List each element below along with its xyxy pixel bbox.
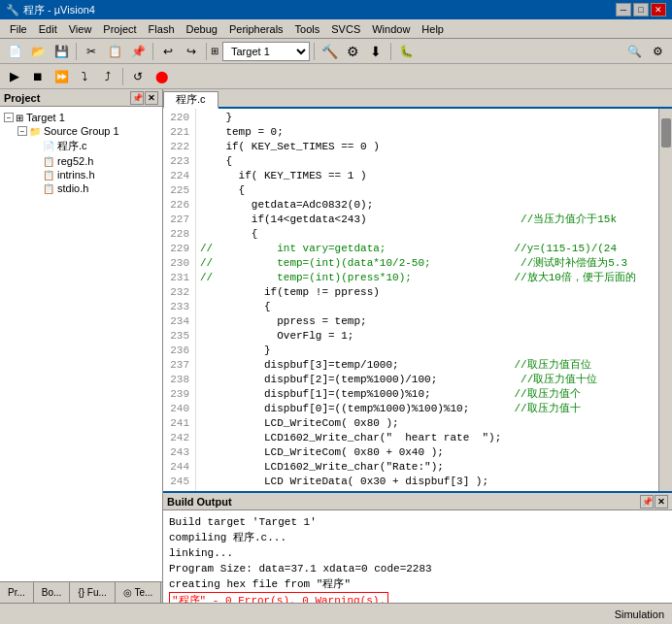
line-number: 233 — [167, 300, 189, 314]
sep2 — [152, 43, 153, 60]
undo-btn[interactable]: ↩ — [157, 41, 179, 62]
code-line: if( KEY_Set_TIMES == 0 ) — [200, 140, 655, 154]
tree-item[interactable]: −📁Source Group 1 — [0, 124, 162, 138]
panel-pin-btn[interactable]: 📌 — [130, 91, 144, 105]
line-numbers: 2202212222232242252262272282292302312322… — [163, 109, 196, 491]
target-label: ⊞ — [211, 46, 218, 56]
redo-btn[interactable]: ↪ — [181, 41, 202, 62]
run-btn[interactable]: ▶ — [4, 66, 25, 87]
build-btn[interactable]: 🔨 — [319, 41, 340, 62]
cut-btn[interactable]: ✂ — [81, 41, 102, 62]
editor-tab-label: 程序.c — [176, 92, 206, 107]
build-line: Program Size: data=37.1 xdata=0 code=228… — [169, 561, 666, 576]
tree-label: Source Group 1 — [44, 125, 119, 137]
code-line: OverFlg = 1; — [200, 329, 655, 344]
tree-item[interactable]: −⊞Target 1 — [0, 111, 162, 124]
line-number: 241 — [167, 416, 189, 431]
menu-item-window[interactable]: Window — [366, 21, 416, 37]
code-line: temp = 0; — [200, 125, 655, 140]
title-bar: 🔧 程序 - µVision4 ─ □ ✕ — [0, 0, 672, 19]
step-btn[interactable]: ⏩ — [50, 66, 72, 87]
debug-btn[interactable]: 🐛 — [395, 41, 417, 62]
panel-tab[interactable]: {} Fu... — [70, 582, 115, 603]
line-number: 244 — [167, 460, 189, 475]
code-line: getdata=Adc0832(0); — [200, 198, 655, 213]
menu-item-debug[interactable]: Debug — [181, 21, 223, 37]
build-pin-btn[interactable]: 📌 — [640, 495, 654, 509]
tree-icon: 📋 — [43, 170, 54, 181]
panel-close-btn[interactable]: ✕ — [145, 91, 158, 105]
line-number: 242 — [167, 431, 189, 445]
toolbar-1: 📄 📂 💾 ✂ 📋 📌 ↩ ↪ ⊞ Target 1 🔨 ⚙ ⬇ 🐛 🔍 ⚙ — [0, 39, 672, 64]
sep1 — [76, 43, 77, 60]
menu-item-svcs[interactable]: SVCS — [325, 21, 366, 37]
tree-item[interactable]: 📄程序.c — [0, 138, 162, 154]
menu-item-tools[interactable]: Tools — [289, 21, 326, 37]
tree-expander[interactable]: − — [17, 126, 27, 136]
settings-btn[interactable]: ⚙ — [647, 41, 668, 62]
line-number: 230 — [167, 256, 189, 271]
line-number: 243 — [167, 445, 189, 460]
rebuild-btn[interactable]: ⚙ — [342, 41, 363, 62]
app-icon: 🔧 — [6, 4, 19, 16]
tree-label: 程序.c — [57, 139, 87, 153]
build-close-btn[interactable]: ✕ — [655, 495, 668, 509]
reset-btn[interactable]: ↺ — [127, 66, 149, 87]
project-panel-header: Project 📌 ✕ — [0, 89, 162, 107]
stop-btn[interactable]: ⏹ — [27, 66, 49, 87]
panel-tab[interactable]: Pr... — [0, 582, 34, 603]
tree-label: intrins.h — [57, 169, 95, 181]
line-number: 223 — [167, 154, 189, 169]
copy-btn[interactable]: 📋 — [104, 41, 125, 62]
build-line: creating hex file from "程序" — [169, 576, 666, 592]
menu-item-flash[interactable]: Flash — [143, 21, 181, 37]
tree-expander[interactable]: − — [4, 113, 14, 122]
editor-scrollbar[interactable] — [658, 109, 672, 491]
tree-item[interactable]: 📋stdio.h — [0, 181, 162, 195]
line-number: 221 — [167, 125, 189, 140]
code-line: ppress = temp; — [200, 314, 655, 329]
menu-item-file[interactable]: File — [4, 21, 33, 37]
menu-item-help[interactable]: Help — [416, 21, 450, 37]
line-number: 225 — [167, 183, 189, 198]
editor-content[interactable]: 2202212222232242252262272282292302312322… — [163, 109, 672, 491]
build-content: Build target 'Target 1'compiling 程序.c...… — [163, 510, 672, 603]
sep4 — [314, 43, 315, 60]
editor-tab-program[interactable]: 程序.c — [163, 91, 218, 109]
build-output-header: Build Output 📌 ✕ — [163, 493, 672, 510]
breakpoint-btn[interactable]: ⬤ — [151, 66, 172, 87]
line-number: 239 — [167, 387, 189, 402]
maximize-btn[interactable]: □ — [633, 3, 649, 16]
code-line: dispbuf[1]=(temp%1000)%10; //取压力值个 — [200, 387, 655, 402]
step-out-btn[interactable]: ⤴ — [97, 66, 118, 87]
status-bar: Simulation — [0, 603, 672, 624]
menu-item-peripherals[interactable]: Peripherals — [223, 21, 289, 37]
search-btn[interactable]: 🔍 — [623, 41, 645, 62]
tree-item[interactable]: 📋reg52.h — [0, 154, 162, 168]
code-line: if( KEY_TIMES == 1 ) — [200, 169, 655, 183]
build-line: linking... — [169, 545, 666, 561]
paste-btn[interactable]: 📌 — [127, 41, 149, 62]
download-btn[interactable]: ⬇ — [365, 41, 386, 62]
menu-item-project[interactable]: Project — [97, 21, 142, 37]
panel-tab[interactable]: Bo... — [34, 582, 71, 603]
save-btn[interactable]: 💾 — [50, 41, 72, 62]
panel-tab[interactable]: ◎ Te... — [116, 582, 162, 603]
menu-item-view[interactable]: View — [63, 21, 98, 37]
line-number: 222 — [167, 140, 189, 154]
project-panel: Project 📌 ✕ −⊞Target 1−📁Source Group 1📄程… — [0, 89, 163, 603]
new-btn[interactable]: 📄 — [4, 41, 25, 62]
minimize-btn[interactable]: ─ — [616, 3, 631, 16]
step-over-btn[interactable]: ⤵ — [74, 66, 95, 87]
code-editor[interactable]: } temp = 0; if( KEY_Set_TIMES == 0 ) { i… — [196, 109, 658, 491]
open-btn[interactable]: 📂 — [27, 41, 49, 62]
code-line: LCD WriteData( 0x30 + dispbuf[3] ); — [200, 475, 655, 489]
tree-icon: 📁 — [29, 126, 41, 137]
code-line: // int vary=getdata; //y=(115-15)/(24 — [200, 242, 655, 256]
line-number: 245 — [167, 475, 189, 489]
target-select[interactable]: Target 1 — [222, 42, 310, 61]
tree-item[interactable]: 📋intrins.h — [0, 168, 162, 181]
close-btn[interactable]: ✕ — [651, 3, 666, 16]
menu-item-edit[interactable]: Edit — [33, 21, 63, 37]
line-number: 240 — [167, 402, 189, 416]
